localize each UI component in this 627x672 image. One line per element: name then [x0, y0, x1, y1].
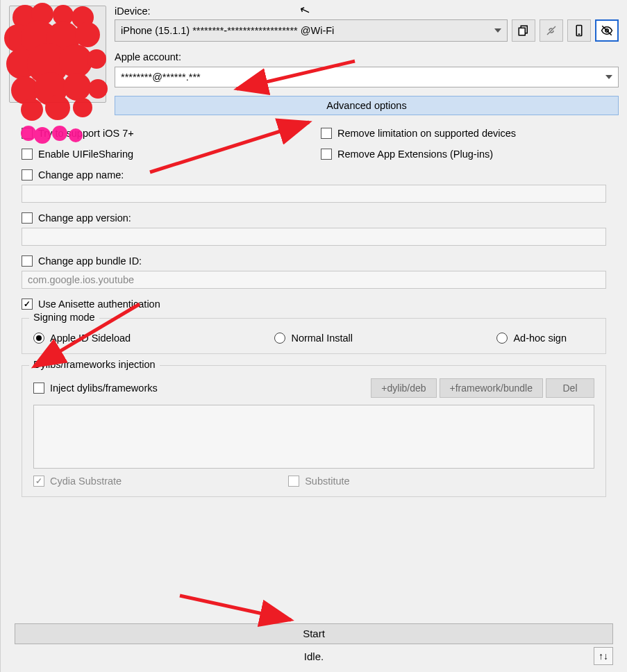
checkbox-box — [33, 383, 44, 394]
checkbox-label: Change app version: — [38, 212, 131, 224]
checkbox-box — [22, 128, 33, 139]
chevron-down-icon — [605, 75, 612, 79]
change-app-name-input[interactable] — [22, 185, 606, 203]
checkbox-ios7[interactable]: Try to support iOS 7+ — [22, 128, 307, 139]
checkbox-label: Try to support iOS 7+ — [38, 128, 134, 139]
device-image-box — [9, 6, 106, 103]
radio-circle — [33, 333, 44, 344]
change-app-version-input[interactable] — [22, 228, 606, 246]
checkbox-label: Remove App Extensions (Plug-ins) — [337, 149, 493, 160]
fieldset-title: Dylibs/frameworks injection — [29, 359, 160, 370]
checkbox-remove-extensions[interactable]: Remove App Extensions (Plug-ins) — [321, 149, 606, 160]
radio-adhoc-sign[interactable]: Ad-hoc sign — [496, 333, 567, 344]
checkbox-box — [33, 476, 44, 487]
checkbox-label: Cydia Substrate — [50, 476, 122, 487]
fieldset-title: Signing mode — [29, 312, 99, 323]
change-bundle-id-input[interactable] — [22, 271, 606, 289]
checkbox-change-app-name[interactable]: Change app name: — [22, 169, 606, 180]
checkbox-change-app-version[interactable]: Change app version: — [22, 212, 606, 224]
checkbox-label: Substitute — [305, 476, 350, 487]
dylib-list[interactable] — [33, 405, 594, 469]
checkbox-label: Enable UIFileSharing — [38, 149, 133, 160]
checkbox-substitute: Substitute — [288, 476, 350, 487]
checkbox-box — [22, 255, 33, 267]
checkbox-label: Change app bundle ID: — [38, 255, 142, 267]
checkbox-label: Use Anisette authentication — [38, 299, 160, 310]
sort-icon: ↑↓ — [599, 650, 608, 662]
copy-icon — [517, 24, 530, 37]
radio-normal-install[interactable]: Normal Install — [274, 333, 353, 344]
checkbox-box — [321, 128, 332, 139]
bottom-area: Start Idle. ↑↓ — [1, 623, 627, 672]
checkbox-uifilesharing[interactable]: Enable UIFileSharing — [22, 149, 307, 160]
hide-button[interactable] — [595, 19, 619, 42]
delete-dylib-button[interactable]: Del — [546, 378, 594, 398]
checkbox-anisette[interactable]: Use Anisette authentication — [22, 299, 606, 310]
radio-apple-id-sideload[interactable]: Apple ID Sideload — [33, 333, 131, 344]
radio-label: Normal Install — [291, 333, 353, 344]
main-window: ↖ iDevice: iPhone (15.1.1) ********-****… — [0, 0, 627, 672]
checkbox-box — [321, 149, 332, 160]
device-info-button[interactable] — [567, 19, 591, 42]
checkbox-label: Inject dylibs/frameworks — [50, 383, 158, 394]
checkbox-label: Change app name: — [38, 169, 124, 180]
add-dylib-button[interactable]: +dylib/deb — [371, 378, 436, 398]
checkbox-box — [22, 299, 33, 310]
sort-button[interactable]: ↑↓ — [594, 647, 613, 665]
device-icon — [573, 24, 585, 37]
checkbox-remove-limitation[interactable]: Remove limitation on supported devices — [321, 128, 606, 139]
device-select-value: iPhone (15.1.1) ********-***************… — [121, 25, 334, 36]
add-framework-button[interactable]: +framework/bundle — [440, 378, 543, 398]
apple-account-select[interactable]: ********@******.*** — [115, 67, 619, 87]
idevice-label: iDevice: — [115, 6, 619, 17]
svg-rect-1 — [519, 28, 525, 35]
checkbox-box — [288, 476, 299, 487]
checkbox-cydia-substrate: Cydia Substrate — [33, 476, 122, 487]
svg-line-2 — [547, 26, 555, 35]
advanced-options-button[interactable]: Advanced options — [115, 96, 619, 115]
copy-button[interactable] — [512, 19, 535, 42]
apple-account-value: ********@******.*** — [121, 72, 201, 83]
dylib-fieldset: Dylibs/frameworks injection Inject dylib… — [22, 365, 606, 497]
signing-mode-fieldset: Signing mode Apple ID Sideload Normal In… — [22, 318, 606, 354]
chevron-down-icon — [494, 28, 501, 33]
options-area: Try to support iOS 7+ Remove limitation … — [1, 115, 627, 497]
top-section: iDevice: iPhone (15.1.1) ********-******… — [1, 0, 627, 115]
radio-label: Ad-hoc sign — [513, 333, 567, 344]
unlink-button[interactable] — [540, 19, 563, 42]
checkbox-inject-dylibs[interactable]: Inject dylibs/frameworks — [33, 383, 158, 394]
radio-label: Apple ID Sideload — [50, 333, 131, 344]
radio-circle — [274, 333, 285, 344]
checkbox-label: Remove limitation on supported devices — [337, 128, 516, 139]
svg-line-34 — [180, 596, 291, 620]
radio-circle — [496, 333, 508, 344]
checkbox-box — [22, 149, 33, 160]
checkbox-box — [22, 212, 33, 224]
unlink-icon — [545, 24, 558, 37]
start-button[interactable]: Start — [15, 623, 613, 644]
checkbox-change-bundle-id[interactable]: Change app bundle ID: — [22, 255, 606, 267]
device-select[interactable]: iPhone (15.1.1) ********-***************… — [115, 19, 508, 42]
eye-off-icon — [601, 24, 613, 37]
checkbox-box — [22, 169, 33, 180]
status-text: Idle. — [304, 650, 324, 662]
apple-account-label: Apple account: — [115, 51, 619, 62]
